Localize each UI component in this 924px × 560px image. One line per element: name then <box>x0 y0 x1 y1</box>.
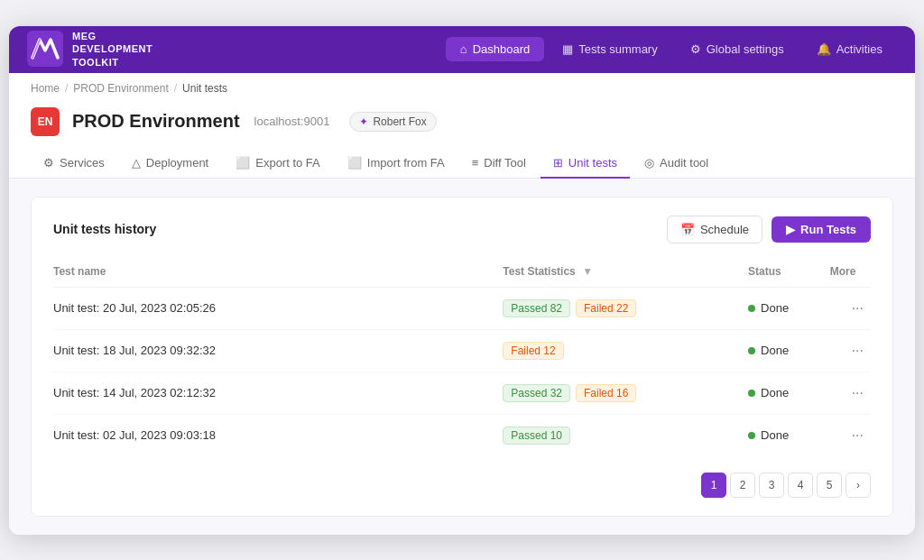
status-label: Done <box>761 428 789 442</box>
table-row: Unit test: 18 Jul, 2023 09:32:32Failed 1… <box>53 329 871 372</box>
env-name: PROD Environment <box>72 111 240 132</box>
row-1-name: Unit test: 18 Jul, 2023 09:32:32 <box>53 329 503 372</box>
badge-failed: Failed 16 <box>576 384 636 402</box>
user-name: Robert Fox <box>373 115 426 128</box>
row-2-status: Done <box>748 372 830 414</box>
breadcrumb: Home / PROD Environment / Unit tests <box>9 73 915 104</box>
table-row: Unit test: 14 Jul, 2023 02:12:32Passed 3… <box>53 372 871 414</box>
nav-tests-summary[interactable]: ▦ Tests summary <box>548 37 671 61</box>
tab-deployment[interactable]: △ Deployment <box>119 149 221 179</box>
bell-icon: 🔔 <box>817 42 831 56</box>
schedule-button[interactable]: 📅 Schedule <box>667 216 762 243</box>
nav-activities[interactable]: 🔔 Activities <box>802 37 897 61</box>
more-button[interactable]: ··· <box>845 341 871 361</box>
badge-passed: Passed 32 <box>503 384 570 402</box>
row-0-status: Done <box>748 287 830 329</box>
page-5-button[interactable]: 5 <box>817 473 842 498</box>
badge-passed: Passed 82 <box>503 299 570 317</box>
col-header-status: Status <box>748 260 830 288</box>
tab-import-fa[interactable]: ⬜ Import from FA <box>335 149 457 179</box>
page-1-button[interactable]: 1 <box>701 473 726 498</box>
status-dot <box>748 347 755 354</box>
calendar-icon: 📅 <box>680 223 695 236</box>
filter-icon[interactable]: ▼ <box>582 265 593 278</box>
breadcrumb-home[interactable]: Home <box>31 82 60 95</box>
status-cell: Done <box>748 344 830 357</box>
status-label: Done <box>761 344 789 357</box>
status-dot <box>748 305 755 312</box>
logo-text: MEG DEVELOPMENT TOOLKIT <box>72 30 152 69</box>
pagination: 1 2 3 4 5 › <box>53 473 871 498</box>
env-header: EN PROD Environment localhost:9001 ✦ Rob… <box>9 104 915 136</box>
more-button[interactable]: ··· <box>845 383 871 403</box>
app-window: MEG DEVELOPMENT TOOLKIT ⌂ Dashboard ▦ Te… <box>9 26 915 535</box>
home-icon: ⌂ <box>460 42 467 56</box>
status-label: Done <box>761 386 789 399</box>
status-cell: Done <box>748 428 830 442</box>
env-badge: EN <box>31 107 60 136</box>
page-3-button[interactable]: 3 <box>759 473 784 498</box>
unit-tests-card: Unit tests history 📅 Schedule ▶ Run Test… <box>31 197 893 517</box>
page-4-button[interactable]: 4 <box>788 473 813 498</box>
diff-icon: ≡ <box>472 156 479 170</box>
col-header-more: More <box>830 260 871 288</box>
status-label: Done <box>761 301 789 315</box>
col-header-name: Test name <box>53 260 503 288</box>
row-0-name: Unit test: 20 Jul, 2023 02:05:26 <box>53 287 503 329</box>
tab-audit-tool[interactable]: ◎ Audit tool <box>632 149 721 179</box>
services-icon: ⚙ <box>43 156 54 170</box>
tab-diff-tool[interactable]: ≡ Diff Tool <box>459 149 539 179</box>
gear-icon: ⚙ <box>690 42 701 56</box>
header-actions: 📅 Schedule ▶ Run Tests <box>667 216 871 243</box>
nav-links: ⌂ Dashboard ▦ Tests summary ⚙ Global set… <box>446 37 897 61</box>
row-1-status: Done <box>748 329 830 372</box>
audit-icon: ◎ <box>644 156 654 170</box>
table-row: Unit test: 02 Jul, 2023 09:03:18Passed 1… <box>53 414 871 456</box>
card-header: Unit tests history 📅 Schedule ▶ Run Test… <box>53 216 871 243</box>
row-2-stats: Passed 32Failed 16 <box>503 372 748 414</box>
user-icon: ✦ <box>359 115 368 128</box>
row-2-name: Unit test: 14 Jul, 2023 02:12:32 <box>53 372 503 414</box>
export-icon: ⬜ <box>236 156 250 170</box>
badge-passed: Passed 10 <box>503 427 570 445</box>
logo-icon <box>27 31 63 67</box>
deployment-icon: △ <box>132 156 141 170</box>
breadcrumb-env[interactable]: PROD Environment <box>73 82 168 95</box>
tab-unit-tests[interactable]: ⊞ Unit tests <box>541 149 630 179</box>
unit-tests-icon: ⊞ <box>553 156 563 170</box>
row-3-name: Unit test: 02 Jul, 2023 09:03:18 <box>53 414 503 456</box>
row-3-more: ··· <box>830 414 871 456</box>
status-cell: Done <box>748 386 830 399</box>
tab-export-fa[interactable]: ⬜ Export to FA <box>223 149 333 179</box>
row-1-more: ··· <box>830 329 871 372</box>
row-1-stats: Failed 12 <box>503 329 748 372</box>
table-row: Unit test: 20 Jul, 2023 02:05:26Passed 8… <box>53 287 871 329</box>
badge-failed: Failed 12 <box>503 342 563 360</box>
env-user[interactable]: ✦ Robert Fox <box>349 112 436 132</box>
badge-failed: Failed 22 <box>576 299 636 317</box>
row-2-more: ··· <box>830 372 871 414</box>
tests-table: Test name Test Statistics ▼ Status More … <box>53 260 871 456</box>
nav-dashboard[interactable]: ⌂ Dashboard <box>446 37 544 61</box>
top-navigation: MEG DEVELOPMENT TOOLKIT ⌂ Dashboard ▦ Te… <box>9 26 915 73</box>
main-content: Unit tests history 📅 Schedule ▶ Run Test… <box>9 179 915 535</box>
row-0-more: ··· <box>830 287 871 329</box>
card-title: Unit tests history <box>53 222 156 236</box>
more-button[interactable]: ··· <box>845 426 871 445</box>
play-icon: ▶ <box>786 223 795 236</box>
row-3-status: Done <box>748 414 830 456</box>
nav-global-settings[interactable]: ⚙ Global settings <box>676 37 799 61</box>
tab-services[interactable]: ⚙ Services <box>31 149 117 179</box>
tab-bar: ⚙ Services △ Deployment ⬜ Export to FA ⬜… <box>9 136 915 179</box>
row-3-stats: Passed 10 <box>503 414 748 456</box>
page-2-button[interactable]: 2 <box>730 473 755 498</box>
page-next-button[interactable]: › <box>845 473 871 498</box>
import-icon: ⬜ <box>347 156 362 170</box>
col-header-stats: Test Statistics ▼ <box>503 260 748 288</box>
logo-area: MEG DEVELOPMENT TOOLKIT <box>27 30 446 69</box>
grid-icon: ▦ <box>562 42 573 56</box>
run-tests-button[interactable]: ▶ Run Tests <box>772 216 871 243</box>
more-button[interactable]: ··· <box>845 298 871 318</box>
status-dot <box>748 432 755 439</box>
row-0-stats: Passed 82Failed 22 <box>503 287 748 329</box>
